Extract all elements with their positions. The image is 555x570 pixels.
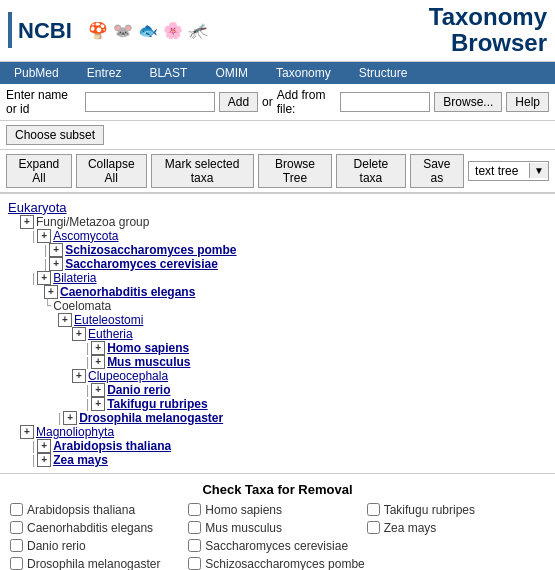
file-input[interactable] [340,92,430,112]
expand-all-button[interactable]: Expand All [6,154,72,188]
choose-subset-button[interactable]: Choose subset [6,125,104,145]
link-arabidopsis[interactable]: Arabidopsis thaliana [53,439,171,453]
link-takifugu[interactable]: Takifugu rubripes [107,397,207,411]
tree-row-danio: | + Danio rerio [8,383,547,397]
browse-button[interactable]: Browse... [434,92,502,112]
nav-taxonomy[interactable]: Taxonomy [262,62,345,84]
expand-mus[interactable]: + [91,355,105,369]
tree-row-fungi-metazoa: + Fungi/Metazoa group [8,215,547,229]
insect-icon: 🦟 [188,21,208,40]
link-bilateria[interactable]: Bilateria [53,271,96,285]
check-saccharo[interactable]: Saccharomyces cerevisiae [188,539,366,553]
expand-eutheria[interactable]: + [72,327,86,341]
add-button[interactable]: Add [219,92,258,112]
check-takifugu[interactable]: Takifugu rubripes [367,503,545,517]
checkbox-saccharo[interactable] [188,539,201,552]
nav-omim[interactable]: OMIM [201,62,262,84]
browse-tree-button[interactable]: Browse Tree [258,154,333,188]
check-zea[interactable]: Zea mays [367,521,545,535]
link-eutheria[interactable]: Eutheria [88,327,133,341]
expand-euteleostomi[interactable]: + [58,313,72,327]
link-caenorhabditis[interactable]: Caenorhabditis elegans [60,285,195,299]
link-schizo[interactable]: Schizosaccharomyces pombe [65,243,236,257]
subset-row: Choose subset [0,121,555,150]
svg-text:NCBI: NCBI [18,18,72,43]
nav-entrez[interactable]: Entrez [73,62,136,84]
link-mus[interactable]: Mus musculus [107,355,190,369]
help-button[interactable]: Help [506,92,549,112]
check-taxa-title: Check Taxa for Removal [10,482,545,497]
tree-row-eutheria: + Eutheria [8,327,547,341]
expand-saccharo[interactable]: + [49,257,63,271]
tree-vert-4: | [32,271,35,285]
tree-row-schizo: | + Schizosaccharomyces pombe [8,243,547,257]
collapse-all-button[interactable]: Collapse All [76,154,147,188]
checkbox-homo[interactable] [188,503,201,516]
expand-schizo[interactable]: + [49,243,63,257]
expand-ascomycota[interactable]: + [37,229,51,243]
mark-selected-button[interactable]: Mark selected taxa [151,154,254,188]
checkbox-danio[interactable] [10,539,23,552]
checkbox-zea[interactable] [367,521,380,534]
link-homo[interactable]: Homo sapiens [107,341,189,355]
expand-caenorhabditis[interactable]: + [44,285,58,299]
checkbox-arabidopsis[interactable] [10,503,23,516]
checkbox-mus[interactable] [188,521,201,534]
tree-row-coelomata: └ Coelomata [8,299,547,313]
mouse-icon: 🐭 [113,21,133,40]
link-magnoliophyta[interactable]: Magnoliophyta [36,425,114,439]
check-drosophila[interactable]: Drosophila melanogaster [10,557,188,570]
nav-structure[interactable]: Structure [345,62,422,84]
tree-vert-7: | [86,383,89,397]
check-homo[interactable]: Homo sapiens [188,503,366,517]
expand-bilateria[interactable]: + [37,271,51,285]
check-schizo[interactable]: Schizosaccharomyces pombe [188,557,366,570]
expand-drosophila[interactable]: + [63,411,77,425]
checkbox-drosophila[interactable] [10,557,23,570]
expand-danio[interactable]: + [91,383,105,397]
checkbox-caenorhabditis[interactable] [10,521,23,534]
header-icons: 🍄 🐭 🐟 🌸 🦟 [88,21,208,40]
link-eukaryota[interactable]: Eukaryota [8,200,67,215]
link-drosophila[interactable]: Drosophila melanogaster [79,411,223,425]
tree-row-clupeocephala: + Clupeocephala [8,369,547,383]
tree-row-drosophila: | + Drosophila melanogaster [8,411,547,425]
expand-homo[interactable]: + [91,341,105,355]
tree-vert-3: | [44,257,47,271]
tree-row-takifugu: | + Takifugu rubripes [8,397,547,411]
nav-pubmed[interactable]: PubMed [0,62,73,84]
check-arabidopsis[interactable]: Arabidopsis thaliana [10,503,188,517]
expand-clupeocephala[interactable]: + [72,369,86,383]
action-bar: Expand All Collapse All Mark selected ta… [0,150,555,194]
link-clupeocephala[interactable]: Clupeocephala [88,369,168,383]
link-ascomycota[interactable]: Ascomycota [53,229,118,243]
tree-row-zea: | + Zea mays [8,453,547,467]
tree-dash-coelomata: └ [44,299,51,313]
expand-takifugu[interactable]: + [91,397,105,411]
check-mus[interactable]: Mus musculus [188,521,366,535]
link-danio[interactable]: Danio rerio [107,383,170,397]
text-tree-dropdown[interactable]: ▼ [529,163,548,178]
tree-vert-10: | [32,439,35,453]
checkbox-schizo[interactable] [188,557,201,570]
page-header: NCBI 🍄 🐭 🐟 🌸 🦟 Taxonomy Browser [0,0,555,62]
checkbox-takifugu[interactable] [367,503,380,516]
ncbi-logo: NCBI 🍄 🐭 🐟 🌸 🦟 [8,12,208,48]
text-tree-group: ▼ [468,161,549,181]
link-euteleostomi[interactable]: Euteleostomi [74,313,143,327]
label-fungi-metazoa: Fungi/Metazoa group [36,215,149,229]
text-tree-input[interactable] [469,162,529,180]
save-as-button[interactable]: Save as [410,154,465,188]
expand-zea[interactable]: + [37,453,51,467]
expand-magnoliophyta[interactable]: + [20,425,34,439]
expand-arabidopsis[interactable]: + [37,439,51,453]
check-danio[interactable]: Danio rerio [10,539,188,553]
delete-taxa-button[interactable]: Delete taxa [336,154,405,188]
check-caenorhabditis[interactable]: Caenorhabditis elegans [10,521,188,535]
name-input[interactable] [85,92,215,112]
link-saccharo[interactable]: Saccharomyces cerevisiae [65,257,218,271]
navbar: PubMed Entrez BLAST OMIM Taxonomy Struct… [0,62,555,84]
nav-blast[interactable]: BLAST [135,62,201,84]
expand-fungi-metazoa[interactable]: + [20,215,34,229]
link-zea[interactable]: Zea mays [53,453,108,467]
